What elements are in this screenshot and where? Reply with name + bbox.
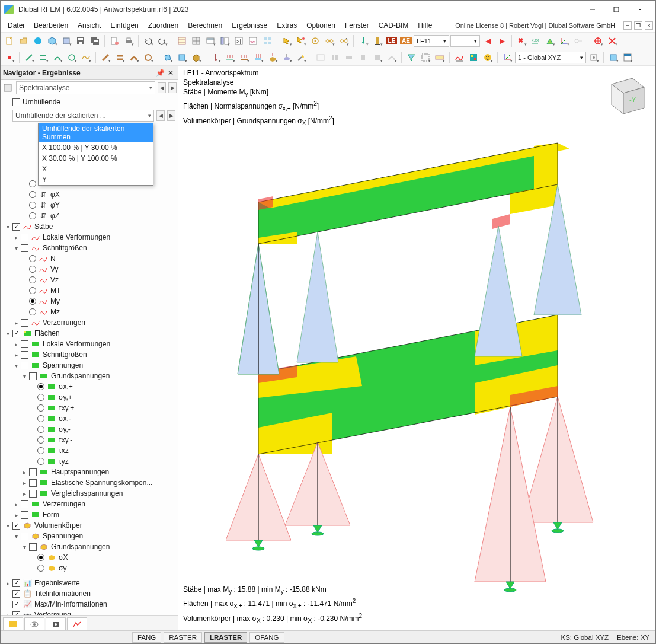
coord-icon[interactable] — [501, 51, 514, 64]
line-load-icon[interactable] — [223, 51, 236, 64]
panel-icon[interactable] — [218, 34, 231, 47]
mdi-close-button[interactable]: × — [645, 21, 653, 30]
menu-cad-bim[interactable]: CAD-BIM — [374, 20, 414, 31]
print-report-icon[interactable] — [108, 34, 121, 47]
tree-sp-vol[interactable]: ▾Spannungen — [1, 531, 178, 541]
area-load-icon[interactable] — [252, 51, 265, 64]
minimize-button[interactable] — [581, 1, 604, 18]
save-icon[interactable] — [74, 34, 87, 47]
tree-phiy[interactable]: ⇵φY — [1, 200, 178, 211]
menu-extras[interactable]: Extras — [272, 20, 302, 31]
model-icon[interactable] — [46, 34, 59, 47]
table-1-icon[interactable] — [175, 34, 188, 47]
save-as-icon[interactable] — [88, 34, 101, 47]
tree-titelinfo[interactable]: 📋Titelinformationen — [1, 588, 178, 599]
open-file-icon[interactable] — [17, 34, 30, 47]
tree-lokale-verformungen[interactable]: ▸Lokale Verformungen — [1, 232, 178, 243]
eye-rot-icon[interactable] — [337, 34, 350, 47]
surface-icon[interactable] — [161, 51, 174, 64]
tree-verzerrungen2[interactable]: ▸Verzerrungen — [1, 499, 178, 509]
tree-grundspannungen[interactable]: ▾Grundspannungen — [1, 371, 178, 381]
tree-lokale-verformungen2[interactable]: ▸Lokale Verformungen — [1, 339, 178, 349]
nav-tab-2[interactable] — [24, 617, 44, 630]
cloud-icon[interactable] — [31, 34, 44, 47]
nav-prev-mode[interactable]: ◀ — [158, 82, 166, 93]
tree-phiz[interactable]: ⇵φZ — [1, 211, 178, 221]
envelope-dropdown[interactable]: Umhüllende der skalierten Summen X 100.0… — [38, 123, 153, 186]
maximize-button[interactable] — [604, 1, 628, 18]
console-icon[interactable]: >| — [232, 34, 245, 47]
tree-volumen[interactable]: ▾Volumenkörper — [1, 520, 178, 531]
grid-icon[interactable] — [261, 34, 274, 47]
next-icon[interactable]: ▶ — [495, 34, 508, 47]
eye-icon[interactable] — [323, 34, 336, 47]
3d-view[interactable]: LF11 - Antwortspektrum Spektralanalyse S… — [178, 66, 655, 630]
menu-datei[interactable]: Datei — [3, 20, 29, 31]
menu-berechnen[interactable]: Berechnen — [183, 20, 227, 31]
tree-sy-vol[interactable]: σy — [1, 563, 178, 573]
tree-N[interactable]: N — [1, 253, 178, 264]
tree-hauptspannungen[interactable]: ▸Hauptspannungen — [1, 467, 178, 477]
table-2-icon[interactable] — [190, 34, 203, 47]
tree-form[interactable]: ▸Form — [1, 509, 178, 520]
menu-hilfe[interactable]: Hilfe — [413, 20, 437, 31]
select-icon[interactable] — [280, 34, 293, 47]
tree-ergebniswerte[interactable]: ▸📊Ergebniswerte — [1, 578, 178, 588]
tree-staebe[interactable]: ▾Stäbe — [1, 221, 178, 232]
prev-icon[interactable]: ◀ — [481, 34, 494, 47]
tree-txy-plus[interactable]: τxy,+ — [1, 403, 178, 413]
tree-flaechen[interactable]: ▾Flächen — [1, 328, 178, 339]
tree-sx-minus[interactable]: σx,- — [1, 413, 178, 424]
load-icon[interactable] — [357, 34, 370, 47]
tree-My[interactable]: My — [1, 296, 178, 307]
menu-zuordnen[interactable]: Zuordnen — [143, 20, 183, 31]
tree-sy-plus[interactable]: σy,+ — [1, 392, 178, 403]
red-target-icon[interactable] — [591, 34, 604, 47]
two-line-icon[interactable] — [37, 51, 50, 64]
coord-system-combo[interactable]: 1 - Global XYZ▾ — [515, 52, 586, 63]
dropdown-opt-0[interactable]: Umhüllende der skalierten Summen — [39, 123, 153, 142]
node-icon[interactable] — [3, 51, 16, 64]
block-icon[interactable] — [60, 34, 73, 47]
menu-bearbeiten[interactable]: Bearbeiten — [29, 20, 73, 31]
tree-sx-vol[interactable]: σX — [1, 552, 178, 563]
support-icon[interactable] — [543, 34, 556, 47]
tree-MT[interactable]: MT — [1, 285, 178, 296]
menu-ansicht[interactable]: Ansicht — [73, 20, 105, 31]
status-ofang[interactable]: OFANG — [249, 632, 284, 643]
beam-arc-icon[interactable] — [127, 51, 140, 64]
render-icon[interactable] — [607, 51, 620, 64]
select-multi-icon[interactable] — [295, 34, 308, 47]
mdi-minimize-button[interactable]: – — [623, 21, 632, 30]
arc-icon[interactable] — [51, 51, 64, 64]
navigator-close-icon[interactable]: ✕ — [166, 68, 175, 78]
tree-elast[interactable]: ▸Elastische Spannungskompon... — [1, 477, 178, 488]
axis-icon[interactable] — [558, 34, 571, 47]
close-button[interactable] — [628, 1, 652, 18]
animation-icon[interactable] — [481, 51, 494, 64]
tree-txy-minus[interactable]: τxy,- — [1, 435, 178, 445]
circle-icon[interactable] — [65, 51, 78, 64]
status-lraster[interactable]: LRASTER — [204, 632, 247, 643]
tree-schnittgroessen2[interactable]: ▸Schnittgrößen — [1, 349, 178, 360]
menu-einfuegen[interactable]: Einfügen — [105, 20, 143, 31]
surface2-icon[interactable] — [175, 51, 188, 64]
navigator-mode-combo[interactable]: Spektralanalyse▾ — [16, 81, 155, 94]
wizard-icon[interactable] — [295, 51, 308, 64]
nav-tab-1[interactable] — [3, 617, 23, 630]
status-raster[interactable]: RASTER — [164, 632, 202, 643]
tree-grundsp-vol[interactable]: ▾Grundspannungen — [1, 541, 178, 552]
pillar-icon[interactable] — [371, 34, 384, 47]
ruler-icon[interactable] — [433, 51, 446, 64]
target-icon[interactable] — [309, 34, 322, 47]
envelope-prev[interactable]: ◀ — [156, 110, 165, 121]
tree-umhuellende[interactable]: Umhüllende — [1, 97, 178, 107]
print-icon[interactable] — [122, 34, 135, 47]
empty-combo[interactable]: ▾ — [450, 35, 480, 47]
tree-vergl[interactable]: ▸Vergleichsspannungen — [1, 488, 178, 499]
member-load-icon[interactable] — [238, 51, 251, 64]
tree-Mz[interactable]: Mz — [1, 307, 178, 317]
undo-icon[interactable] — [142, 34, 155, 47]
two-beam-icon[interactable] — [113, 51, 126, 64]
menu-optionen[interactable]: Optionen — [302, 20, 340, 31]
